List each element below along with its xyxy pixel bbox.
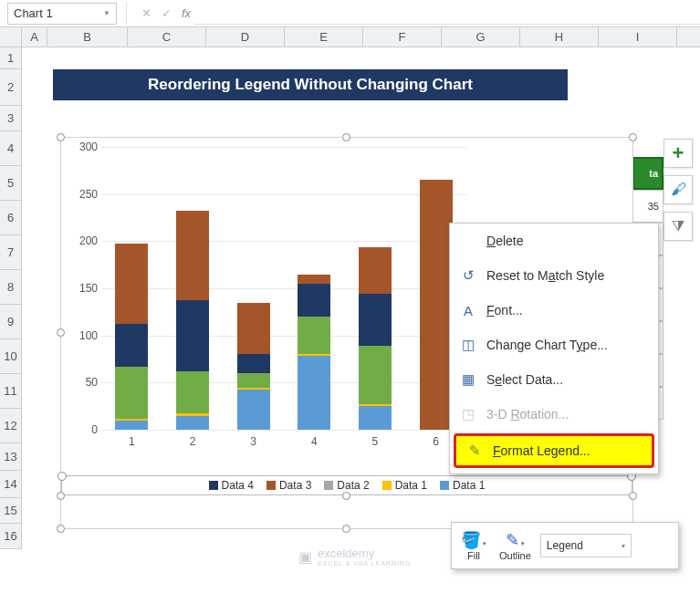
formula-bar: Chart 1 ▼ ✕ ✓ fx	[0, 0, 700, 27]
plus-icon: +	[673, 141, 684, 165]
enter-icon[interactable]: ✓	[156, 6, 176, 20]
row-header[interactable]: 1	[0, 47, 21, 69]
row-header[interactable]: 10	[0, 339, 21, 374]
resize-handle[interactable]	[57, 328, 65, 337]
menu-3d-rotation: ◳ 3-D Rotation...	[450, 397, 658, 432]
cube-icon: ◳	[459, 406, 477, 422]
x-axis: 123456	[101, 435, 466, 448]
chart-filters-button[interactable]: ⧩	[663, 212, 693, 241]
menu-reset-style[interactable]: ↺ Reset to Match Style	[450, 258, 658, 293]
bar[interactable]	[176, 211, 209, 430]
y-axis: 050100150200250300	[68, 147, 99, 430]
col-header[interactable]: F	[363, 27, 442, 47]
brush-icon: 🖌	[671, 181, 686, 199]
col-header[interactable]: C	[128, 27, 206, 47]
row-header[interactable]: 14	[0, 471, 21, 498]
row-header[interactable]: 15	[0, 498, 21, 524]
resize-handle[interactable]	[342, 492, 350, 500]
data-header[interactable]: ta	[632, 157, 663, 190]
resize-handle[interactable]	[57, 492, 65, 500]
row-header[interactable]: 7	[0, 235, 21, 270]
menu-change-chart-type[interactable]: ◫ Change Chart Type...	[450, 328, 658, 362]
row-header[interactable]: 6	[0, 201, 21, 235]
row-header[interactable]: 2	[0, 69, 21, 106]
chevron-down-icon: ▼	[103, 9, 110, 17]
row-header[interactable]: 12	[0, 409, 21, 443]
name-box-value: Chart 1	[14, 6, 53, 20]
bar[interactable]	[115, 244, 148, 430]
format-icon: ✎	[465, 442, 484, 459]
font-icon: A	[459, 303, 477, 318]
funnel-icon: ⧩	[672, 217, 684, 235]
paint-bucket-icon: 🪣▾	[461, 530, 486, 550]
col-header[interactable]: B	[47, 27, 128, 47]
select-all-corner[interactable]	[0, 27, 22, 47]
row-header[interactable]: 11	[0, 374, 21, 409]
menu-select-data[interactable]: ▦ Select Data...	[450, 362, 658, 397]
row-header[interactable]: 5	[0, 166, 21, 201]
col-header[interactable]: D	[206, 27, 285, 47]
bar[interactable]	[237, 303, 270, 430]
row-header[interactable]: 3	[0, 106, 21, 131]
bar[interactable]	[420, 180, 453, 430]
formula-input[interactable]	[194, 3, 700, 25]
watermark: ▣ exceldemy EXCEL & VBA LEARNING	[298, 546, 412, 567]
chevron-down-icon: ▾	[622, 542, 625, 550]
page-title: Reordering Legend Without Changing Chart	[53, 69, 568, 100]
col-header[interactable]: G	[442, 27, 520, 47]
resize-handle[interactable]	[629, 133, 637, 141]
chart-type-icon: ◫	[459, 337, 477, 353]
column-headers: A B C D E F G H I	[0, 27, 700, 47]
col-header[interactable]: I	[599, 27, 677, 47]
outline-button[interactable]: ✎▾ Outline	[496, 528, 535, 563]
col-header[interactable]: A	[22, 27, 47, 47]
resize-handle[interactable]	[342, 525, 350, 533]
resize-handle[interactable]	[629, 492, 637, 500]
mini-toolbar: 🪣▾ Fill ✎▾ Outline Legend ▾	[451, 522, 679, 569]
cancel-icon[interactable]: ✕	[136, 6, 156, 20]
menu-format-legend[interactable]: ✎ Format Legend...	[454, 433, 654, 468]
chart-element-dropdown[interactable]: Legend ▾	[540, 534, 632, 557]
legend-item[interactable]: Data 2	[324, 479, 369, 492]
col-header[interactable]: E	[285, 27, 363, 47]
pen-icon: ✎▾	[506, 530, 525, 550]
menu-delete[interactable]: Delete	[450, 224, 658, 258]
chart-side-buttons: + 🖌 ⧩	[663, 139, 695, 248]
divider	[126, 3, 127, 25]
legend-item[interactable]: Data 4	[209, 479, 254, 492]
menu-font[interactable]: A Font...	[450, 293, 658, 328]
row-header[interactable]: 13	[0, 443, 21, 471]
legend-item[interactable]: Data 1	[382, 479, 427, 492]
cell-area[interactable]: Reordering Legend Without Changing Chart…	[22, 47, 700, 549]
plot-area[interactable]: 050100150200250300 123456	[101, 147, 466, 430]
row-header[interactable]: 9	[0, 305, 21, 339]
fill-button[interactable]: 🪣▾ Fill	[457, 528, 490, 563]
bar[interactable]	[359, 247, 392, 430]
legend-item[interactable]: Data 1	[440, 479, 485, 492]
chart-styles-button[interactable]: 🖌	[663, 175, 693, 204]
chart-elements-button[interactable]: +	[663, 139, 693, 168]
select-data-icon: ▦	[459, 371, 477, 388]
resize-handle[interactable]	[57, 133, 65, 141]
row-headers: 1 2 3 4 5 6 7 8 9 10 11 12 13 14 15 16	[0, 47, 22, 549]
name-box[interactable]: Chart 1 ▼	[7, 3, 117, 25]
resize-handle[interactable]	[57, 525, 65, 533]
bar[interactable]	[298, 275, 330, 430]
bars[interactable]	[101, 147, 466, 430]
resize-handle[interactable]	[342, 133, 350, 141]
legend-item[interactable]: Data 3	[266, 479, 311, 492]
col-header[interactable]: H	[520, 27, 599, 47]
row-header[interactable]: 16	[0, 524, 21, 549]
data-cell[interactable]: 35	[632, 190, 663, 223]
reset-icon: ↺	[459, 267, 477, 284]
row-header[interactable]: 4	[0, 131, 21, 166]
row-header[interactable]: 8	[0, 270, 21, 305]
fx-icon[interactable]: fx	[182, 6, 191, 20]
context-menu: Delete ↺ Reset to Match Style A Font... …	[449, 223, 659, 474]
